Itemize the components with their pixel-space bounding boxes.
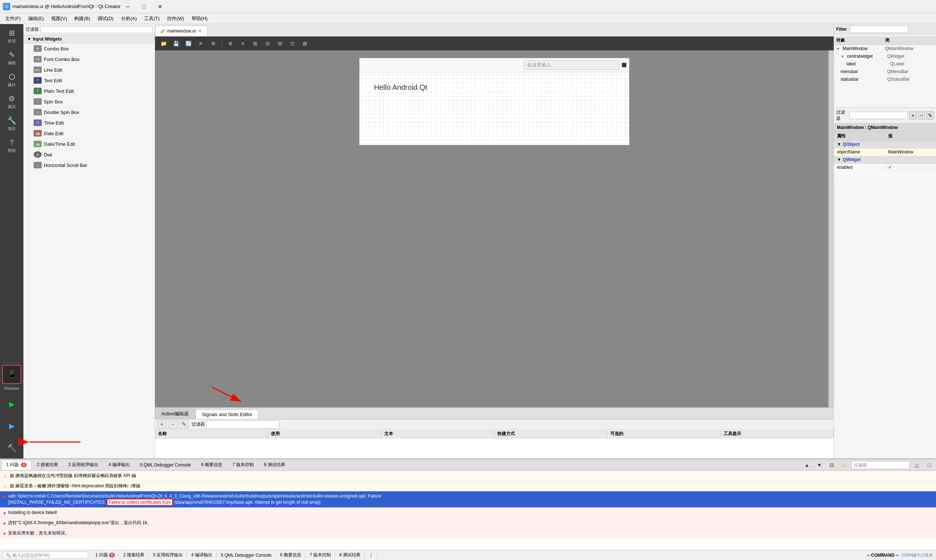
prop-edit-button[interactable]: ✎ bbox=[927, 111, 934, 120]
tab-vcs[interactable]: 7 版本控制 bbox=[228, 460, 259, 470]
status-app-output[interactable]: 3 应用程序输出 bbox=[149, 552, 187, 558]
tree-row-mainwindow[interactable]: ▼ MainWindow QMainWindow bbox=[834, 45, 936, 52]
sidebar-item-project[interactable]: 🔧 项目 bbox=[1, 113, 22, 134]
widget-dial[interactable]: ◎ Dial bbox=[23, 149, 155, 160]
tb-open-btn[interactable]: 📁 bbox=[158, 38, 169, 49]
tab-app-output[interactable]: 3 应用程序输出 bbox=[63, 460, 103, 470]
widget-hscrollbar[interactable]: ↔ Horizontal Scroll Bar bbox=[23, 160, 155, 171]
sidebar-item-welcome[interactable]: ⊞ 欢迎 bbox=[1, 26, 22, 47]
prop-remove-button[interactable]: − bbox=[918, 111, 925, 120]
status-test[interactable]: 8 测试结果 bbox=[336, 552, 364, 558]
widget-font-combo-box[interactable]: F▼ Font Combo Box bbox=[23, 54, 155, 65]
tb-delete-btn[interactable]: ✕ bbox=[195, 38, 206, 49]
tree-row-statusbar[interactable]: statusbar QStatusBar bbox=[834, 75, 936, 83]
tb-signal-btn[interactable]: ⊠ bbox=[299, 38, 310, 49]
tb-refresh-btn[interactable]: 🔄 bbox=[183, 38, 194, 49]
bt-add-btn[interactable]: + bbox=[157, 420, 167, 429]
tree-row-menubar[interactable]: menubar QMenuBar bbox=[834, 68, 936, 75]
status-compile[interactable]: 4 编译输出 bbox=[188, 552, 216, 558]
release-button[interactable]: 📱 bbox=[2, 365, 21, 384]
tab-close-button[interactable]: ✕ bbox=[198, 28, 202, 34]
menu-tools[interactable]: 工具(T) bbox=[140, 14, 163, 23]
pe-section-qobject[interactable]: ▼ QObject bbox=[834, 141, 936, 148]
tab-mainwindow[interactable]: 🖊 mainwindow.ui ✕ bbox=[155, 26, 208, 36]
run-button[interactable]: ▶ bbox=[1, 394, 22, 415]
prop-add-button[interactable]: + bbox=[909, 111, 917, 120]
menu-edit[interactable]: 编辑(E) bbox=[25, 14, 48, 23]
tab-signals-slots[interactable]: Signals and Slots Editor bbox=[196, 409, 259, 419]
tab-compile[interactable]: 4 编译输出 bbox=[104, 460, 134, 470]
widget-date-edit[interactable]: 📅 Date Edit bbox=[23, 128, 155, 139]
sidebar-item-design[interactable]: ⬡ 设计 bbox=[1, 69, 22, 91]
tb-layout-btn[interactable]: ⊞ bbox=[250, 38, 261, 49]
issue-row-error-main[interactable]: ● adb: failed to install C:/Users/Remote… bbox=[0, 491, 936, 508]
issue-row-error-install[interactable]: ● Installing to device failed! bbox=[0, 508, 936, 518]
tab-search[interactable]: 2 搜索结果 bbox=[32, 460, 63, 470]
issues-chevron-up-btn[interactable]: △ bbox=[911, 460, 922, 470]
status-qml[interactable]: 5 QML Debugger Console bbox=[217, 553, 276, 558]
bottom-filter-input[interactable] bbox=[206, 420, 279, 429]
issues-filter-btn[interactable]: ⊟ bbox=[826, 460, 837, 470]
status-search[interactable]: 2 搜索结果 bbox=[120, 552, 148, 558]
issues-up-btn[interactable]: ▲ bbox=[802, 460, 813, 470]
maximize-button[interactable]: □ bbox=[137, 2, 151, 12]
status-search-input[interactable] bbox=[12, 553, 86, 558]
widget-combo-box[interactable]: ▼ Combo Box bbox=[23, 43, 155, 54]
tb-settings-btn[interactable]: ⚙ bbox=[208, 38, 219, 49]
tab-action-editor[interactable]: Action编辑器 bbox=[155, 408, 195, 419]
issue-row-warning2[interactable]: ⚠ 娓 鍊冨叏砉～榛欌'鑸妗偅蠓蠂~Xlint:deprecation 闃靛妇棰… bbox=[0, 481, 936, 491]
status-summary[interactable]: 6 概要信息 bbox=[276, 552, 305, 558]
status-problems[interactable]: 1 问题 6 bbox=[92, 552, 119, 558]
close-button[interactable]: ✕ bbox=[153, 2, 168, 12]
issues-warning-btn[interactable]: ⚠ bbox=[839, 460, 850, 470]
tb-grid-btn[interactable]: ⊟ bbox=[262, 38, 273, 49]
widget-filter-input[interactable] bbox=[40, 26, 153, 33]
widget-line-edit[interactable]: abc Line Edit bbox=[23, 65, 155, 75]
tab-qml-debug[interactable]: 5 QML Debugger Console bbox=[135, 461, 196, 469]
menu-analyze[interactable]: 分析(A) bbox=[117, 14, 140, 23]
widget-time-edit[interactable]: ⏱ Time Edit bbox=[23, 118, 155, 128]
bt-edit-btn[interactable]: ✎ bbox=[179, 420, 189, 429]
tb-more-btn[interactable]: ⊞ bbox=[274, 38, 285, 49]
design-canvas[interactable]: 在这里输入 Hello Android Qt bbox=[359, 58, 630, 145]
widget-spin-box[interactable]: ↕ Spin Box bbox=[23, 97, 155, 107]
resize-handle[interactable] bbox=[622, 63, 626, 67]
tab-test[interactable]: 8 测试结果 bbox=[259, 460, 290, 470]
run2-button[interactable]: ▶ bbox=[1, 415, 22, 437]
status-more[interactable]: ⋮ bbox=[365, 553, 377, 558]
issue-row-error-process[interactable]: ● 进程"C:\Qt\6.4.3\mingw_64\bin\androiddep… bbox=[0, 518, 936, 528]
bt-remove-btn[interactable]: − bbox=[168, 420, 178, 429]
canvas-input[interactable]: 在这里输入 bbox=[524, 60, 619, 70]
status-vcs[interactable]: 7 版本控制 bbox=[306, 552, 335, 558]
minimize-button[interactable]: ─ bbox=[121, 2, 135, 12]
menu-build[interactable]: 构建(B) bbox=[71, 14, 94, 23]
widget-datetime-edit[interactable]: 📅 Date/Time Edit bbox=[23, 139, 155, 149]
menu-debug[interactable]: 调试(D) bbox=[94, 14, 117, 23]
widget-text-edit[interactable]: T Text Edit bbox=[23, 75, 155, 86]
tb-pause-btn[interactable]: ⏸ bbox=[225, 38, 236, 49]
tree-row-centralwidget[interactable]: ▼ centralwidget QWidget bbox=[834, 52, 936, 60]
issues-close-btn[interactable]: □ bbox=[924, 460, 934, 470]
pe-row-objectname[interactable]: objectName MainWindow bbox=[834, 148, 936, 156]
menu-file[interactable]: 文件(F) bbox=[2, 14, 25, 23]
tb-align-btn[interactable]: ≡ bbox=[237, 38, 248, 49]
tb-widget-btn[interactable]: ⊡ bbox=[287, 38, 298, 49]
pe-row-enabled[interactable]: enabled ✓ bbox=[834, 164, 936, 171]
object-filter-input[interactable] bbox=[850, 26, 908, 33]
tab-summary[interactable]: 6 概要信息 bbox=[196, 460, 227, 470]
widget-double-spin-box[interactable]: ↕↕ Double Spin Box bbox=[23, 107, 155, 118]
tree-row-label[interactable]: label QLabel bbox=[834, 60, 936, 68]
menu-help[interactable]: 帮助(H) bbox=[188, 14, 211, 23]
sidebar-item-help[interactable]: ? 帮助 bbox=[1, 135, 22, 156]
issues-filter-input[interactable] bbox=[851, 461, 910, 469]
menu-widgets[interactable]: 控件(W) bbox=[163, 14, 188, 23]
pe-section-qwidget[interactable]: ▼ QWidget bbox=[834, 156, 936, 164]
sidebar-item-debug[interactable]: ⚙ 调试 bbox=[1, 91, 22, 112]
canvas-scrollbar[interactable] bbox=[828, 51, 834, 407]
issue-row-warning1[interactable]: ⚠ 娓 鐭慨鍙枫鍦欓欢浣垮洿璺脱鍦 銆绁栦節鑼朵粫鍩肩崨搴 API 鏀 bbox=[0, 471, 936, 481]
widget-plain-text-edit[interactable]: T Plain Text Edit bbox=[23, 86, 155, 97]
build-button[interactable]: 🔨 bbox=[1, 437, 22, 458]
tab-issues[interactable]: 1 问题 6 bbox=[2, 460, 31, 470]
issue-row-error-unknown[interactable]: ● 安装应用失败，发生未知错误。 bbox=[0, 528, 936, 538]
sidebar-item-edit[interactable]: ✎ 编辑 bbox=[1, 48, 22, 69]
